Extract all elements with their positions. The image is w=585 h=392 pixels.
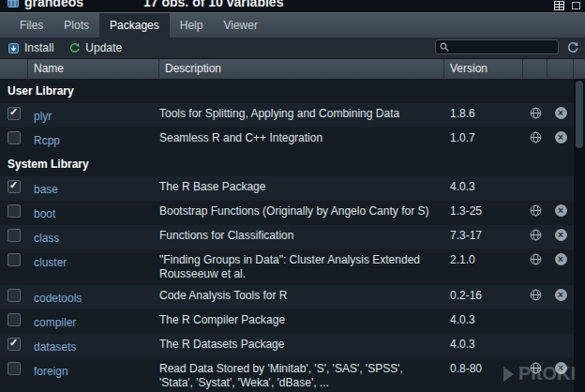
package-row[interactable]: datasets The R Datasets Package 4.0.3 × [0, 334, 574, 358]
remove-cell: × [548, 131, 574, 143]
package-description: The R Compiler Package [159, 313, 444, 327]
search-input[interactable] [453, 41, 554, 53]
package-version: 7.3-17 [444, 229, 523, 243]
package-row[interactable]: class Functions for Classification 7.3-1… [0, 225, 574, 249]
tab-help[interactable]: Help [170, 13, 214, 38]
checkbox-cell [0, 180, 28, 193]
header-version[interactable]: Version [444, 59, 523, 79]
remove-cell: × [548, 338, 574, 350]
scrollbar-thumb[interactable] [576, 81, 583, 148]
package-loaded-checkbox[interactable] [8, 362, 21, 375]
dataframe-icon [8, 0, 19, 8]
name-cell: class [28, 229, 159, 246]
checkbox-cell [0, 338, 28, 351]
package-description: Functions for Classification [159, 229, 444, 243]
package-loaded-checkbox[interactable] [8, 204, 21, 218]
browse-cell [523, 204, 548, 217]
package-description: Code Analysis Tools for R [159, 289, 444, 303]
globe-icon[interactable] [530, 362, 542, 374]
package-row[interactable]: compiler The R Compiler Package 4.0.3 × [0, 309, 574, 334]
browse-cell [523, 253, 548, 265]
environment-object-info: 17 obs. of 10 variables [143, 0, 283, 9]
checkbox-cell [0, 253, 28, 266]
tab-files[interactable]: Files [9, 13, 53, 38]
name-cell: foreign [28, 362, 159, 379]
checkbox-cell [0, 362, 28, 375]
pane-tabbar: Files Plots Packages Help Viewer [0, 12, 585, 38]
remove-package-icon[interactable]: × [555, 107, 567, 119]
remove-package-icon[interactable]: × [555, 204, 567, 217]
globe-icon[interactable] [530, 253, 542, 265]
package-version: 4.0.3 [444, 180, 523, 194]
globe-icon[interactable] [530, 204, 542, 217]
globe-icon[interactable] [530, 229, 542, 241]
checkbox-cell [0, 204, 28, 218]
library-section-header: User Library [0, 79, 574, 103]
package-row[interactable]: plyr Tools for Splitting, Applying and C… [0, 103, 574, 128]
remove-package-icon[interactable]: × [555, 131, 567, 143]
install-icon [8, 42, 20, 54]
remove-package-icon[interactable]: × [555, 229, 567, 241]
header-name[interactable]: Name [28, 59, 159, 79]
package-name-link[interactable]: foreign [34, 365, 68, 378]
section-title: System Library [8, 158, 89, 171]
globe-icon[interactable] [530, 107, 542, 119]
install-button[interactable]: Install [0, 38, 61, 58]
package-search[interactable] [435, 39, 559, 54]
header-description[interactable]: Description [159, 59, 444, 79]
grid-view-icon[interactable] [554, 1, 564, 10]
library-section-header: System Library [0, 152, 574, 176]
package-name-link[interactable]: class [34, 232, 59, 245]
update-button[interactable]: Update [61, 38, 129, 58]
package-row[interactable]: cluster "Finding Groups in Data": Cluste… [0, 249, 574, 285]
package-loaded-checkbox[interactable] [8, 313, 21, 326]
package-name-link[interactable]: compiler [34, 316, 76, 329]
remove-package-icon[interactable]: × [555, 362, 567, 374]
package-loaded-checkbox[interactable] [8, 107, 21, 120]
search-icon [440, 42, 449, 52]
package-row[interactable]: codetools Code Analysis Tools for R 0.2-… [0, 285, 574, 309]
globe-icon[interactable] [530, 131, 542, 143]
tab-viewer[interactable]: Viewer [213, 13, 267, 38]
package-loaded-checkbox[interactable] [8, 289, 21, 302]
package-row[interactable]: Rcpp Seamless R and C++ Integration 1.0.… [0, 128, 574, 152]
globe-icon[interactable] [530, 289, 542, 301]
package-loaded-checkbox[interactable] [8, 338, 21, 351]
package-row[interactable]: base The R Base Package 4.0.3 × [0, 176, 574, 201]
checkbox-cell [0, 313, 28, 326]
minimize-pane-icon[interactable] [572, 2, 580, 9]
package-row[interactable]: foreign Read Data Stored by 'Minitab', '… [0, 358, 574, 392]
package-name-link[interactable]: plyr [34, 110, 52, 123]
environment-object-row[interactable]: grandeos 17 obs. of 10 variables [0, 0, 585, 9]
package-version: 1.3-25 [444, 204, 523, 219]
package-name-link[interactable]: base [34, 183, 58, 196]
name-cell: boot [28, 204, 159, 221]
package-loaded-checkbox[interactable] [8, 229, 21, 242]
package-name-link[interactable]: Rcpp [34, 134, 60, 147]
package-version: 1.0.7 [444, 131, 523, 145]
package-name-link[interactable]: codetools [34, 292, 82, 305]
package-row[interactable]: boot Bootstrap Functions (Originally by … [0, 201, 574, 225]
refresh-button[interactable] [564, 39, 581, 56]
browse-cell [523, 131, 548, 143]
checkbox-cell [0, 131, 28, 144]
remove-package-icon[interactable]: × [555, 253, 567, 265]
package-description: Read Data Stored by 'Minitab', 'S', 'SAS… [159, 362, 444, 390]
environment-object-name: grandeos [24, 0, 83, 9]
tab-plots[interactable]: Plots [53, 13, 99, 38]
package-name-link[interactable]: datasets [34, 340, 76, 354]
package-loaded-checkbox[interactable] [8, 131, 21, 144]
package-name-link[interactable]: cluster [34, 256, 67, 269]
browse-cell [523, 107, 548, 119]
vertical-scrollbar[interactable] [574, 79, 585, 392]
remove-package-icon[interactable]: × [555, 289, 567, 301]
header-scrollbar-spacer [574, 59, 585, 79]
remove-cell: × [548, 204, 574, 217]
package-loaded-checkbox[interactable] [8, 180, 21, 193]
package-name-link[interactable]: boot [34, 207, 55, 220]
package-description: The R Base Package [159, 180, 444, 194]
tab-packages[interactable]: Packages [99, 13, 170, 38]
remove-cell: × [548, 362, 574, 374]
package-loaded-checkbox[interactable] [8, 253, 21, 266]
name-cell: plyr [28, 107, 159, 124]
